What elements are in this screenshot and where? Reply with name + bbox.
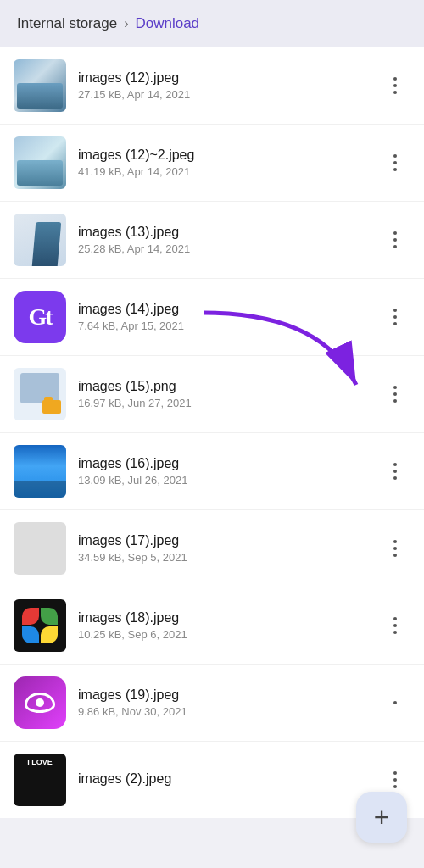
vertical-dots-icon <box>393 463 397 480</box>
file-name: images (12)~2.jpeg <box>78 147 380 163</box>
file-meta: 9.86 kB, Nov 30, 2021 <box>78 705 380 718</box>
plus-icon: + <box>374 802 390 833</box>
file-name: images (12).jpeg <box>78 70 380 86</box>
chevron-right-icon: › <box>124 16 128 31</box>
file-meta: 7.64 kB, Apr 15, 2021 <box>78 320 380 332</box>
list-item: images (18).jpeg 10.25 kB, Sep 6, 2021 <box>0 587 424 665</box>
more-options-button[interactable] <box>380 302 410 332</box>
file-thumbnail <box>14 522 66 575</box>
more-options-button[interactable] <box>380 765 410 795</box>
vertical-dots-icon <box>393 617 397 634</box>
file-meta: 10.25 kB, Sep 6, 2021 <box>78 628 380 641</box>
more-options-button[interactable] <box>380 379 410 409</box>
file-meta: 27.15 kB, Apr 14, 2021 <box>78 88 380 101</box>
file-thumbnail <box>14 599 66 652</box>
list-item: images (13).jpeg 25.28 kB, Apr 14, 2021 <box>0 202 424 279</box>
file-thumbnail <box>14 676 66 729</box>
file-meta: 16.97 kB, Jun 27, 2021 <box>78 397 380 409</box>
vertical-dots-icon <box>393 701 397 704</box>
file-name: images (17).jpeg <box>78 533 380 548</box>
list-item: images (12)~2.jpeg 41.19 kB, Apr 14, 202… <box>0 125 424 202</box>
more-options-button[interactable] <box>380 225 410 255</box>
file-meta: 25.28 kB, Apr 14, 2021 <box>78 242 380 255</box>
file-info: images (19).jpeg 9.86 kB, Nov 30, 2021 <box>78 687 380 718</box>
vertical-dots-icon <box>393 540 397 557</box>
file-info: images (12)~2.jpeg 41.19 kB, Apr 14, 202… <box>78 147 380 178</box>
file-info: images (12).jpeg 27.15 kB, Apr 14, 2021 <box>78 70 380 101</box>
fab-add-button[interactable]: + <box>356 792 407 843</box>
breadcrumb-internal-storage[interactable]: Internal storage <box>17 15 117 32</box>
file-info: images (13).jpeg 25.28 kB, Apr 14, 2021 <box>78 225 380 255</box>
file-thumbnail: I LOVE <box>14 754 66 806</box>
file-meta: 41.19 kB, Apr 14, 2021 <box>78 165 380 178</box>
more-options-button[interactable] <box>380 147 410 178</box>
file-list: images (12).jpeg 27.15 kB, Apr 14, 2021 … <box>0 47 424 818</box>
list-item: Gt images (14).jpeg 7.64 kB, Apr 15, 202… <box>0 279 424 356</box>
more-options-button[interactable] <box>380 456 410 487</box>
file-info: images (14).jpeg 7.64 kB, Apr 15, 2021 <box>78 302 380 332</box>
file-info: images (15).png 16.97 kB, Jun 27, 2021 <box>78 379 380 409</box>
file-meta: 34.59 kB, Sep 5, 2021 <box>78 551 380 564</box>
file-name: images (18).jpeg <box>78 610 380 626</box>
file-info: images (17).jpeg 34.59 kB, Sep 5, 2021 <box>78 533 380 564</box>
file-name: images (16).jpeg <box>78 456 380 471</box>
vertical-dots-icon <box>393 77 397 94</box>
pinwheel-icon <box>22 608 58 643</box>
list-item: images (17).jpeg 34.59 kB, Sep 5, 2021 <box>0 510 424 587</box>
breadcrumb-download[interactable]: Download <box>135 15 199 32</box>
vertical-dots-icon <box>393 154 397 171</box>
breadcrumb: Internal storage › Download <box>0 0 424 47</box>
file-name: images (15).png <box>78 379 380 394</box>
vertical-dots-icon <box>393 309 397 326</box>
file-thumbnail <box>14 136 66 189</box>
more-options-button[interactable] <box>380 533 410 564</box>
thumbnail-text: I LOVE <box>27 759 53 767</box>
list-item: images (19).jpeg 9.86 kB, Nov 30, 2021 <box>0 665 424 742</box>
file-name: images (14).jpeg <box>78 302 380 317</box>
vertical-dots-icon <box>393 231 397 248</box>
file-meta: 13.09 kB, Jul 26, 2021 <box>78 474 380 487</box>
list-item: images (16).jpeg 13.09 kB, Jul 26, 2021 <box>0 433 424 510</box>
app-logo-text: Gt <box>28 303 51 331</box>
file-info: images (2).jpeg <box>78 771 380 789</box>
file-name: images (2).jpeg <box>78 771 380 787</box>
file-name: images (19).jpeg <box>78 687 380 703</box>
list-item: images (12).jpeg 27.15 kB, Apr 14, 2021 <box>0 47 424 125</box>
more-options-button[interactable] <box>380 610 410 641</box>
more-options-button[interactable] <box>380 687 410 718</box>
file-thumbnail <box>14 445 66 498</box>
vertical-dots-icon <box>393 386 397 403</box>
more-options-button[interactable] <box>380 70 410 101</box>
list-item: images (15).png 16.97 kB, Jun 27, 2021 <box>0 356 424 433</box>
file-thumbnail: Gt <box>14 291 66 343</box>
file-thumbnail <box>14 214 66 266</box>
file-thumbnail <box>14 368 66 420</box>
file-info: images (18).jpeg 10.25 kB, Sep 6, 2021 <box>78 610 380 641</box>
vertical-dots-icon <box>393 771 397 788</box>
file-name: images (13).jpeg <box>78 225 380 240</box>
file-thumbnail <box>14 59 66 112</box>
eye-icon <box>25 693 55 713</box>
file-info: images (16).jpeg 13.09 kB, Jul 26, 2021 <box>78 456 380 487</box>
